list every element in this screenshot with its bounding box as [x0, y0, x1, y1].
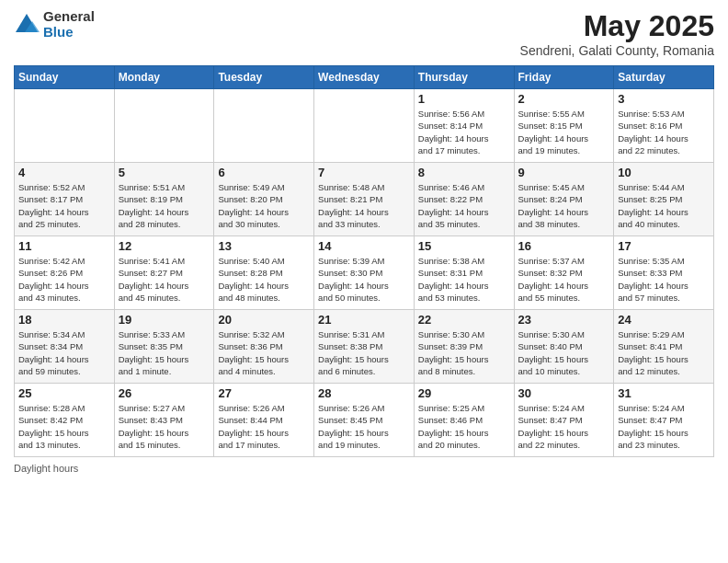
day-cell: 14Sunrise: 5:39 AM Sunset: 8:30 PM Dayli…: [314, 236, 415, 310]
day-cell: 15Sunrise: 5:38 AM Sunset: 8:31 PM Dayli…: [414, 236, 514, 310]
day-cell: 12Sunrise: 5:41 AM Sunset: 8:27 PM Dayli…: [114, 236, 214, 310]
calendar: SundayMondayTuesdayWednesdayThursdayFrid…: [14, 65, 714, 457]
logo-text: General Blue: [43, 9, 95, 40]
day-cell: [15, 89, 115, 163]
day-info: Sunrise: 5:41 AM Sunset: 8:27 PM Dayligh…: [119, 255, 210, 304]
day-info: Sunrise: 5:55 AM Sunset: 8:15 PM Dayligh…: [518, 108, 610, 156]
day-cell: 5Sunrise: 5:51 AM Sunset: 8:19 PM Daylig…: [114, 163, 214, 236]
day-cell: 30Sunrise: 5:24 AM Sunset: 8:47 PM Dayli…: [514, 384, 614, 457]
day-cell: 29Sunrise: 5:25 AM Sunset: 8:46 PM Dayli…: [414, 384, 514, 457]
day-info: Sunrise: 5:25 AM Sunset: 8:46 PM Dayligh…: [418, 402, 510, 451]
day-cell: 19Sunrise: 5:33 AM Sunset: 8:35 PM Dayli…: [114, 310, 214, 384]
day-cell: 1Sunrise: 5:56 AM Sunset: 8:14 PM Daylig…: [414, 89, 514, 163]
day-number: 28: [318, 386, 410, 400]
day-number: 18: [18, 313, 110, 327]
day-info: Sunrise: 5:26 AM Sunset: 8:45 PM Dayligh…: [318, 402, 410, 451]
day-number: 11: [18, 239, 110, 253]
col-header-thursday: Thursday: [414, 66, 514, 89]
day-number: 19: [119, 313, 210, 327]
day-info: Sunrise: 5:30 AM Sunset: 8:39 PM Dayligh…: [418, 328, 510, 377]
day-number: 3: [618, 92, 710, 106]
day-number: 31: [618, 386, 710, 400]
footer-text: Daylight hours: [14, 463, 78, 474]
day-info: Sunrise: 5:53 AM Sunset: 8:16 PM Dayligh…: [618, 108, 710, 156]
day-info: Sunrise: 5:44 AM Sunset: 8:25 PM Dayligh…: [618, 181, 710, 230]
day-number: 30: [518, 386, 610, 400]
day-info: Sunrise: 5:49 AM Sunset: 8:20 PM Dayligh…: [218, 181, 310, 230]
day-info: Sunrise: 5:24 AM Sunset: 8:47 PM Dayligh…: [518, 402, 610, 451]
day-info: Sunrise: 5:31 AM Sunset: 8:38 PM Dayligh…: [318, 328, 410, 377]
day-cell: 3Sunrise: 5:53 AM Sunset: 8:16 PM Daylig…: [614, 89, 714, 163]
logo-icon: [14, 12, 40, 38]
page: General Blue May 2025 Sendreni, Galati C…: [0, 0, 728, 563]
day-number: 5: [119, 166, 210, 179]
month-title: May 2025: [520, 9, 714, 43]
day-info: Sunrise: 5:37 AM Sunset: 8:32 PM Dayligh…: [518, 255, 610, 304]
day-number: 24: [618, 313, 710, 327]
day-number: 29: [418, 386, 510, 400]
calendar-body: 1Sunrise: 5:56 AM Sunset: 8:14 PM Daylig…: [15, 89, 714, 457]
day-cell: 23Sunrise: 5:30 AM Sunset: 8:40 PM Dayli…: [514, 310, 614, 384]
col-header-sunday: Sunday: [15, 66, 115, 89]
day-info: Sunrise: 5:24 AM Sunset: 8:47 PM Dayligh…: [618, 402, 710, 451]
week-row-4: 18Sunrise: 5:34 AM Sunset: 8:34 PM Dayli…: [15, 310, 714, 384]
day-cell: 26Sunrise: 5:27 AM Sunset: 8:43 PM Dayli…: [114, 384, 214, 457]
day-cell: 28Sunrise: 5:26 AM Sunset: 8:45 PM Dayli…: [314, 384, 415, 457]
week-row-2: 4Sunrise: 5:52 AM Sunset: 8:17 PM Daylig…: [15, 163, 714, 236]
day-cell: 10Sunrise: 5:44 AM Sunset: 8:25 PM Dayli…: [614, 163, 714, 236]
day-number: 25: [18, 386, 110, 400]
day-number: 16: [518, 239, 610, 253]
day-cell: 20Sunrise: 5:32 AM Sunset: 8:36 PM Dayli…: [214, 310, 314, 384]
day-number: 22: [418, 313, 510, 327]
day-number: 27: [218, 386, 310, 400]
day-info: Sunrise: 5:34 AM Sunset: 8:34 PM Dayligh…: [18, 328, 110, 377]
day-number: 4: [18, 166, 110, 179]
day-cell: 17Sunrise: 5:35 AM Sunset: 8:33 PM Dayli…: [614, 236, 714, 310]
calendar-header: SundayMondayTuesdayWednesdayThursdayFrid…: [15, 66, 714, 89]
day-cell: 16Sunrise: 5:37 AM Sunset: 8:32 PM Dayli…: [514, 236, 614, 310]
day-info: Sunrise: 5:28 AM Sunset: 8:42 PM Dayligh…: [18, 402, 110, 451]
week-row-5: 25Sunrise: 5:28 AM Sunset: 8:42 PM Dayli…: [15, 384, 714, 457]
day-info: Sunrise: 5:33 AM Sunset: 8:35 PM Dayligh…: [119, 328, 210, 377]
day-info: Sunrise: 5:52 AM Sunset: 8:17 PM Dayligh…: [18, 181, 110, 230]
col-header-friday: Friday: [514, 66, 614, 89]
header-row: SundayMondayTuesdayWednesdayThursdayFrid…: [15, 66, 714, 89]
col-header-saturday: Saturday: [614, 66, 714, 89]
day-info: Sunrise: 5:45 AM Sunset: 8:24 PM Dayligh…: [518, 181, 610, 230]
week-row-3: 11Sunrise: 5:42 AM Sunset: 8:26 PM Dayli…: [15, 236, 714, 310]
day-info: Sunrise: 5:42 AM Sunset: 8:26 PM Dayligh…: [18, 255, 110, 304]
day-info: Sunrise: 5:26 AM Sunset: 8:44 PM Dayligh…: [218, 402, 310, 451]
day-info: Sunrise: 5:40 AM Sunset: 8:28 PM Dayligh…: [218, 255, 310, 304]
day-info: Sunrise: 5:29 AM Sunset: 8:41 PM Dayligh…: [618, 328, 710, 377]
day-cell: [114, 89, 214, 163]
day-cell: 2Sunrise: 5:55 AM Sunset: 8:15 PM Daylig…: [514, 89, 614, 163]
day-info: Sunrise: 5:30 AM Sunset: 8:40 PM Dayligh…: [518, 328, 610, 377]
day-info: Sunrise: 5:39 AM Sunset: 8:30 PM Dayligh…: [318, 255, 410, 304]
day-number: 13: [218, 239, 310, 253]
day-number: 10: [618, 166, 710, 179]
col-header-wednesday: Wednesday: [314, 66, 415, 89]
col-header-monday: Monday: [114, 66, 214, 89]
day-cell: 18Sunrise: 5:34 AM Sunset: 8:34 PM Dayli…: [15, 310, 115, 384]
day-cell: 6Sunrise: 5:49 AM Sunset: 8:20 PM Daylig…: [214, 163, 314, 236]
logo-general: General: [43, 9, 95, 25]
day-number: 23: [518, 313, 610, 327]
col-header-tuesday: Tuesday: [214, 66, 314, 89]
day-number: 15: [418, 239, 510, 253]
day-number: 9: [518, 166, 610, 179]
day-info: Sunrise: 5:35 AM Sunset: 8:33 PM Dayligh…: [618, 255, 710, 304]
day-number: 14: [318, 239, 410, 253]
day-number: 26: [119, 386, 210, 400]
subtitle: Sendreni, Galati County, Romania: [520, 43, 714, 58]
day-cell: 27Sunrise: 5:26 AM Sunset: 8:44 PM Dayli…: [214, 384, 314, 457]
day-number: 1: [418, 92, 510, 106]
day-cell: 25Sunrise: 5:28 AM Sunset: 8:42 PM Dayli…: [15, 384, 115, 457]
day-number: 2: [518, 92, 610, 106]
day-number: 20: [218, 313, 310, 327]
day-cell: [314, 89, 415, 163]
day-number: 12: [119, 239, 210, 253]
day-cell: 22Sunrise: 5:30 AM Sunset: 8:39 PM Dayli…: [414, 310, 514, 384]
logo: General Blue: [14, 9, 95, 40]
day-info: Sunrise: 5:32 AM Sunset: 8:36 PM Dayligh…: [218, 328, 310, 377]
day-cell: 11Sunrise: 5:42 AM Sunset: 8:26 PM Dayli…: [15, 236, 115, 310]
